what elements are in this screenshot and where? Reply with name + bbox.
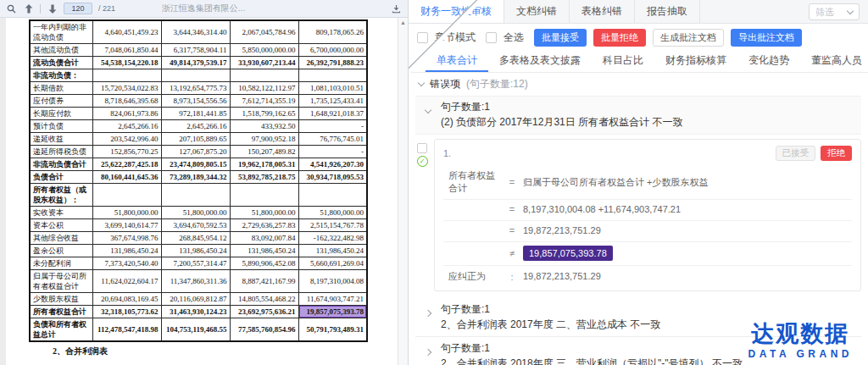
accepted-check-icon: ✓ <box>417 156 428 167</box>
select-all-label[interactable]: 全选 <box>504 30 524 45</box>
subtabs-scroll-left[interactable] <box>410 51 426 72</box>
cell-col3: 23,692,975,636.21 <box>230 306 298 318</box>
reject-button[interactable]: 拒绝 <box>821 146 852 161</box>
cell-col4: 76,776,745.01 <box>298 133 367 146</box>
row-label: 资本公积 <box>30 219 92 232</box>
row-label: 长期应付款 <box>30 108 92 120</box>
error-section-header[interactable]: 错误项 (句子数量:12) <box>409 73 868 94</box>
cell-col1: 32,318,105,773.62 <box>92 306 161 318</box>
table-row: 长期借款 15,720,534,022.83 13,192,654,775.73… <box>30 82 367 95</box>
cell-col3: 51,800,000.00 <box>230 207 298 219</box>
formula-expression: 19,857,075,393.78 <box>523 246 852 262</box>
cell-col3: 2,067,045,784.96 <box>230 20 298 44</box>
balance-sheet-table: 一年内到期的非流动负债 4,640,451,459.23 3,644,346,3… <box>29 19 368 342</box>
row-label: 其他流动负债 <box>30 44 92 57</box>
error-group-expanded[interactable]: 句子数量:1 (2) 负债部分 2017年12月31日 所有者权益合计 不一致 <box>415 96 861 135</box>
cell-col1: 2,645,266.16 <box>92 120 161 133</box>
page-up-icon[interactable] <box>23 3 34 14</box>
cell-col2: 131,986,450.24 <box>161 245 230 257</box>
sub-tab[interactable]: 科目占比 <box>592 51 654 72</box>
top-tab-label: 财务一致性审核 <box>420 4 492 19</box>
pdf-page: 一年内到期的非流动负债 4,640,451,459.23 3,644,346,3… <box>0 18 408 365</box>
cell-col4: 1,648,921,018.37 <box>298 108 367 120</box>
cell-col1 <box>92 69 161 82</box>
cell-col3: 83,092,007.84 <box>230 232 298 245</box>
cell-col3: 53,892,785,218.75 <box>230 171 298 184</box>
select-all-checkbox[interactable] <box>486 32 497 43</box>
cell-col1: 7,048,061,850.44 <box>92 44 161 57</box>
cell-col4: 50,791,793,489.31 <box>298 318 367 342</box>
page-number-input[interactable] <box>64 3 92 14</box>
sub-tabs: 单表合计 多表格及表文披露 科目占比 财务指标核算 变化 <box>426 51 868 72</box>
sub-tab[interactable]: 变化趋势 <box>737 51 800 72</box>
section-heading: 2、合并利润表 <box>53 346 408 357</box>
scroll-up-arrow[interactable]: ▲ <box>398 18 408 28</box>
cell-col4: 5,660,691,269.04 <box>298 257 367 270</box>
formula-value: 19,857,075,393.78 <box>523 246 613 262</box>
error-group-collapsed[interactable]: 句子数量:1 2、合并利润表 2017年度 二、营业总成本 不一致 <box>415 298 861 337</box>
cell-col1 <box>92 184 161 207</box>
cell-col2: 20,116,069,812.87 <box>161 293 230 306</box>
row-label: 一年内到期的非流动负债 <box>30 20 92 44</box>
error-detail-card: 1. 已接受 拒绝 所有者权益合计 = <box>434 139 861 291</box>
cell-col1: 7,373,420,540.40 <box>92 257 161 270</box>
cell-col1: 824,061,973.86 <box>92 108 161 120</box>
pdf-scrollbar[interactable]: ▲ <box>398 18 408 365</box>
table-row: 少数股东权益 20,694,083,169.45 20,116,069,812.… <box>30 293 367 306</box>
formula-operator: = <box>501 177 523 187</box>
export-annotated-doc-button[interactable]: 导出批注文档 <box>731 29 802 47</box>
cell-col2: 127,067,875.20 <box>161 146 230 158</box>
error-item-checkbox[interactable] <box>417 143 427 153</box>
batch-accept-button[interactable]: 批量接受 <box>534 29 587 47</box>
cell-col1: 203,542,996.40 <box>92 133 161 146</box>
cell-col4: 6,700,000,000.00 <box>298 44 367 57</box>
cell-col4: 26,392,791,888.23 <box>298 57 367 69</box>
search-icon[interactable] <box>6 3 17 14</box>
row-label: 负债和所有者权益总计 <box>30 318 92 342</box>
audit-panel: 财务一致性审核 文档纠错 表格纠错 报告抽取 筛选 <box>409 0 868 365</box>
sub-tab[interactable]: 单表合计 <box>426 51 488 72</box>
cell-col4: 1,735,125,433.41 <box>298 95 367 108</box>
table-row: 递延所得税负债 152,856,770.25 127,067,875.20 15… <box>30 146 367 158</box>
table-row: 未分配利润 7,373,420,540.40 7,200,557,314.47 … <box>30 257 367 270</box>
cell-col1: 112,478,547,418.98 <box>92 318 161 342</box>
top-tab[interactable]: 表格纠错 <box>570 0 635 23</box>
cell-col1: 20,694,083,169.45 <box>92 293 161 306</box>
accepted-button[interactable]: 已接受 <box>776 146 816 161</box>
formula-operator: ≠ <box>501 248 523 258</box>
cell-col1: 15,720,534,022.83 <box>92 82 161 95</box>
batch-reject-button[interactable]: 批量拒绝 <box>593 29 646 47</box>
row-label: 递延收益 <box>30 133 92 146</box>
cell-col3: 33,930,607,213.44 <box>230 57 298 69</box>
generate-annotated-doc-button[interactable]: 生成批注文档 <box>653 29 724 47</box>
row-label: 盈余公积 <box>30 245 92 257</box>
top-tab[interactable]: 文档纠错 <box>504 0 570 23</box>
cell-col2: 3,694,670,592.53 <box>161 219 230 232</box>
error-section-count: (句子数量:12) <box>466 77 528 91</box>
sub-tab[interactable]: 董监高人员 <box>800 51 868 72</box>
sub-tab-label: 单表合计 <box>437 53 477 68</box>
group-sentence-count: 句子数量:1 <box>441 101 853 114</box>
chevron-down-icon <box>418 80 425 86</box>
card-header: 1. 已接受 拒绝 <box>443 146 852 161</box>
cell-col4: 11,674,903,747.21 <box>298 293 367 306</box>
error-group-collapsed[interactable]: 句子数量:1 2、合并利润表 2018年度 三、营业利润（亏损以"-"号填列） … <box>415 337 861 365</box>
cell-col3: 14,805,554,468.22 <box>230 293 298 306</box>
formula-value: 8,197,310,004.08 +11,674,903,747.21 <box>523 204 681 214</box>
filter-select[interactable]: 筛选 <box>809 3 860 20</box>
top-tab-label: 表格纠错 <box>581 4 622 19</box>
cell-col2 <box>161 184 230 207</box>
cell-col4: 2,515,154,767.78 <box>298 219 367 232</box>
sub-tab-label: 财务指标核算 <box>665 53 726 68</box>
sub-tab[interactable]: 多表格及表文披露 <box>488 51 592 72</box>
chapter-mode-checkbox[interactable] <box>417 32 428 43</box>
top-tab[interactable]: 报告抽取 <box>635 0 700 23</box>
formula-expression: 19,872,213,751.29 <box>523 224 852 237</box>
error-section-label: 错误项 <box>430 77 460 91</box>
toolbar-divider <box>40 4 41 14</box>
cell-col3: 19,962,178,005.31 <box>230 158 298 171</box>
sub-tab[interactable]: 财务指标核算 <box>654 51 737 72</box>
cell-col4 <box>298 184 367 207</box>
page-down-icon[interactable] <box>47 3 58 14</box>
download-icon[interactable] <box>391 3 402 14</box>
